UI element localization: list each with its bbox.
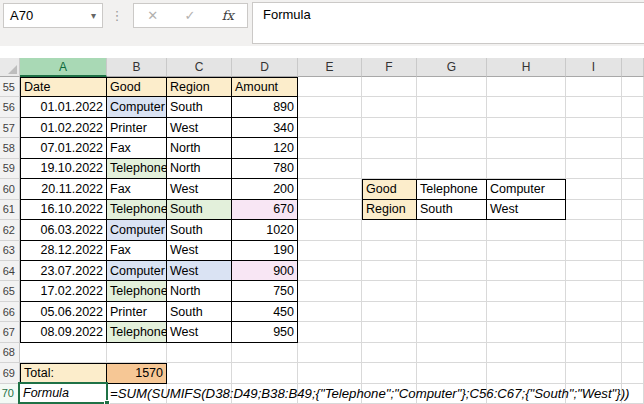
cell-B70[interactable]: =SUM(SUMIFS(D38:D49;B38:B49;{"Telephone"…: [107, 384, 167, 404]
row-header-58[interactable]: 58: [0, 138, 20, 158]
cell-D69[interactable]: [232, 363, 298, 383]
cell-I56[interactable]: [566, 97, 622, 117]
row-header-56[interactable]: 56: [0, 97, 20, 117]
row-header-69[interactable]: 69: [0, 363, 20, 383]
cell-I66[interactable]: [566, 302, 622, 322]
cell-partial-59[interactable]: [622, 159, 644, 179]
cell-I67[interactable]: [566, 322, 622, 342]
cell-H67[interactable]: [487, 322, 566, 342]
cell-F64[interactable]: [362, 261, 417, 281]
column-header-E[interactable]: E: [298, 58, 362, 77]
cell-F67[interactable]: [362, 322, 417, 342]
cell-G62[interactable]: [417, 220, 487, 240]
cell-H64[interactable]: [487, 261, 566, 281]
cell-E58[interactable]: [298, 138, 362, 158]
cell-F69[interactable]: [362, 363, 417, 383]
cell-D66[interactable]: 450: [232, 302, 298, 322]
cell-A63[interactable]: 28.12.2022: [20, 241, 107, 261]
cell-A58[interactable]: 07.01.2022: [20, 138, 107, 158]
cell-A57[interactable]: 01.02.2022: [20, 118, 107, 138]
cell-F68[interactable]: [362, 343, 417, 363]
cell-partial-57[interactable]: [622, 118, 644, 138]
name-box[interactable]: A70 ▾: [3, 3, 103, 28]
cell-C57[interactable]: West: [167, 118, 232, 138]
cell-E67[interactable]: [298, 322, 362, 342]
cell-C66[interactable]: South: [167, 302, 232, 322]
cell-E56[interactable]: [298, 97, 362, 117]
cell-C68[interactable]: [167, 343, 232, 363]
cell-I60[interactable]: [566, 179, 622, 199]
cell-D61[interactable]: 670: [232, 200, 298, 220]
column-header-B[interactable]: B: [107, 58, 167, 77]
cell-I68[interactable]: [566, 343, 622, 363]
cell-C61[interactable]: South: [167, 200, 232, 220]
cell-I58[interactable]: [566, 138, 622, 158]
cell-D65[interactable]: 750: [232, 281, 298, 301]
insert-function-icon[interactable]: fx: [222, 8, 234, 23]
cell-E68[interactable]: [298, 343, 362, 363]
cell-B66[interactable]: Printer: [107, 302, 167, 322]
column-header-D[interactable]: D: [232, 58, 298, 77]
row-header-62[interactable]: 62: [0, 220, 20, 240]
cell-G69[interactable]: [417, 363, 487, 383]
cell-I55[interactable]: [566, 77, 622, 97]
cell-partial-56[interactable]: [622, 97, 644, 117]
cell-G56[interactable]: [417, 97, 487, 117]
cell-C62[interactable]: South: [167, 220, 232, 240]
cell-C63[interactable]: West: [167, 241, 232, 261]
column-header-F[interactable]: F: [362, 58, 417, 77]
cell-B63[interactable]: Fax: [107, 241, 167, 261]
cancel-icon[interactable]: ✕: [147, 8, 158, 23]
cell-H65[interactable]: [487, 281, 566, 301]
cell-I62[interactable]: [566, 220, 622, 240]
row-header-66[interactable]: 66: [0, 302, 20, 322]
cell-H68[interactable]: [487, 343, 566, 363]
cell-E57[interactable]: [298, 118, 362, 138]
cell-C67[interactable]: West: [167, 322, 232, 342]
cell-E59[interactable]: [298, 159, 362, 179]
cell-G55[interactable]: [417, 77, 487, 97]
cell-H57[interactable]: [487, 118, 566, 138]
cell-F58[interactable]: [362, 138, 417, 158]
cell-D56[interactable]: 890: [232, 97, 298, 117]
cell-partial-66[interactable]: [622, 302, 644, 322]
cell-F66[interactable]: [362, 302, 417, 322]
cell-H63[interactable]: [487, 241, 566, 261]
cell-H56[interactable]: [487, 97, 566, 117]
cell-G64[interactable]: [417, 261, 487, 281]
column-header-C[interactable]: C: [167, 58, 232, 77]
row-header-68[interactable]: 68: [0, 343, 20, 363]
cell-B60[interactable]: Fax: [107, 179, 167, 199]
cell-A60[interactable]: 20.11.2022: [20, 179, 107, 199]
cell-G65[interactable]: [417, 281, 487, 301]
enter-icon[interactable]: ✓: [184, 8, 195, 23]
cell-G57[interactable]: [417, 118, 487, 138]
cell-C59[interactable]: North: [167, 159, 232, 179]
cell-E66[interactable]: [298, 302, 362, 322]
cell-A61[interactable]: 16.10.2022: [20, 200, 107, 220]
column-header-H[interactable]: H: [487, 58, 566, 77]
cell-E63[interactable]: [298, 241, 362, 261]
cell-A55[interactable]: Date: [20, 77, 107, 97]
cell-E65[interactable]: [298, 281, 362, 301]
cell-H66[interactable]: [487, 302, 566, 322]
cell-D64[interactable]: 900: [232, 261, 298, 281]
cell-H60[interactable]: Computer: [487, 179, 566, 199]
cell-E60[interactable]: [298, 179, 362, 199]
cell-A64[interactable]: 23.07.2022: [20, 261, 107, 281]
cell-D67[interactable]: 950: [232, 322, 298, 342]
cell-B68[interactable]: [107, 343, 167, 363]
cell-A70[interactable]: Formula: [20, 384, 107, 404]
row-header-60[interactable]: 60: [0, 179, 20, 199]
cell-partial-68[interactable]: [622, 343, 644, 363]
cell-G59[interactable]: [417, 159, 487, 179]
cell-A59[interactable]: 19.10.2022: [20, 159, 107, 179]
cell-partial-61[interactable]: [622, 200, 644, 220]
cell-F59[interactable]: [362, 159, 417, 179]
cell-D60[interactable]: 200: [232, 179, 298, 199]
cell-I63[interactable]: [566, 241, 622, 261]
cell-B61[interactable]: Telephone: [107, 200, 167, 220]
cell-F65[interactable]: [362, 281, 417, 301]
cell-C60[interactable]: West: [167, 179, 232, 199]
row-header-59[interactable]: 59: [0, 159, 20, 179]
